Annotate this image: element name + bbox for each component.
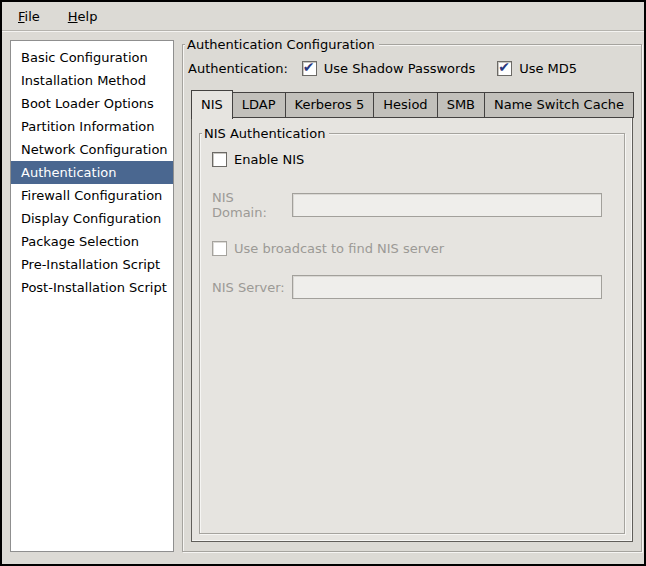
nis-tab-page: NIS Authentication Enable NIS NIS Domain…	[191, 117, 633, 542]
sidebar-item-pre-installation-script[interactable]: Pre-Installation Script	[11, 253, 173, 276]
tab-bar: NIS LDAP Kerberos 5 Hesiod SMB Name Swit…	[191, 90, 633, 118]
kickstart-configurator-window: File Help Basic Configuration Installati…	[0, 0, 646, 566]
nis-domain-label: NIS Domain:	[212, 190, 292, 220]
tab-ldap[interactable]: LDAP	[232, 92, 286, 118]
nis-server-row: NIS Server:	[212, 275, 612, 299]
menubar: File Help	[2, 2, 644, 31]
checkbox-unchecked-icon	[212, 152, 227, 167]
checkbox-checked-icon	[302, 61, 317, 76]
nis-server-label: NIS Server:	[212, 280, 292, 295]
checkbox-unchecked-icon	[212, 241, 227, 256]
checkbox-checked-icon	[497, 61, 512, 76]
frame-title: Authentication Configuration	[185, 36, 379, 53]
authentication-options-row: Authentication: Use Shadow Passwords Use…	[188, 61, 641, 76]
nis-domain-row: NIS Domain:	[212, 190, 612, 220]
nis-server-input	[292, 275, 602, 299]
sidebar-item-firewall-configuration[interactable]: Firewall Configuration	[11, 184, 173, 207]
use-md5-checkbox[interactable]: Use MD5	[497, 61, 577, 76]
authentication-label: Authentication:	[188, 61, 288, 76]
use-md5-label: Use MD5	[519, 61, 577, 76]
enable-nis-checkbox[interactable]: Enable NIS	[212, 152, 304, 167]
sidebar-item-authentication[interactable]: Authentication	[11, 161, 173, 184]
tab-hesiod[interactable]: Hesiod	[373, 92, 437, 118]
main-content: Basic Configuration Installation Method …	[2, 31, 644, 563]
sidebar-item-basic-configuration[interactable]: Basic Configuration	[11, 46, 173, 69]
use-broadcast-label: Use broadcast to find NIS server	[234, 241, 444, 256]
section-list: Basic Configuration Installation Method …	[10, 40, 174, 552]
enable-nis-row: Enable NIS	[212, 152, 612, 170]
nis-domain-input	[292, 193, 602, 217]
sidebar-item-post-installation-script[interactable]: Post-Installation Script	[11, 276, 173, 299]
use-broadcast-checkbox: Use broadcast to find NIS server	[212, 241, 444, 256]
use-shadow-passwords-label: Use Shadow Passwords	[324, 61, 475, 76]
tab-kerberos-5[interactable]: Kerberos 5	[285, 92, 375, 118]
broadcast-row: Use broadcast to find NIS server	[212, 241, 612, 259]
sidebar-item-installation-method[interactable]: Installation Method	[11, 69, 173, 92]
authentication-configuration-frame: Authentication Configuration Authenticat…	[182, 44, 642, 552]
sidebar-item-network-configuration[interactable]: Network Configuration	[11, 138, 173, 161]
menu-help[interactable]: Help	[64, 7, 102, 26]
nis-authentication-frame: NIS Authentication Enable NIS NIS Domain…	[199, 133, 625, 534]
enable-nis-label: Enable NIS	[234, 152, 304, 167]
sidebar-item-package-selection[interactable]: Package Selection	[11, 230, 173, 253]
menu-file[interactable]: File	[14, 7, 44, 26]
use-shadow-passwords-checkbox[interactable]: Use Shadow Passwords	[302, 61, 475, 76]
tab-name-switch-cache[interactable]: Name Switch Cache	[484, 92, 634, 118]
sidebar-item-boot-loader-options[interactable]: Boot Loader Options	[11, 92, 173, 115]
frame-title: NIS Authentication	[202, 125, 329, 142]
tab-nis[interactable]: NIS	[191, 90, 233, 119]
sidebar-item-partition-information[interactable]: Partition Information	[11, 115, 173, 138]
tab-smb[interactable]: SMB	[437, 92, 485, 118]
sidebar-item-display-configuration[interactable]: Display Configuration	[11, 207, 173, 230]
auth-notebook: NIS LDAP Kerberos 5 Hesiod SMB Name Swit…	[191, 90, 633, 542]
